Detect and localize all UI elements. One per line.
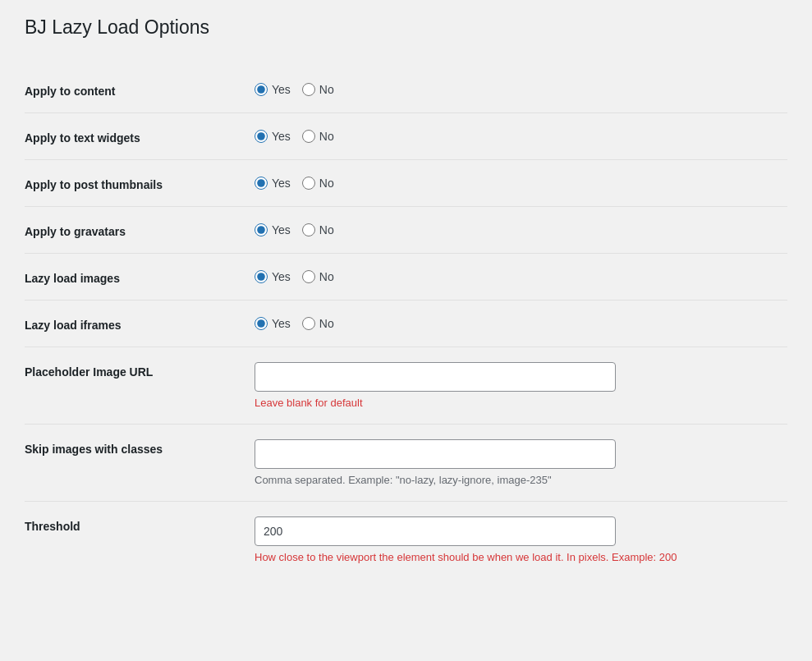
radio-no-text-apply-to-post-thumbnails: No xyxy=(319,177,334,190)
radio-group-apply-to-content: YesNo xyxy=(255,83,779,96)
options-table: Apply to contentYesNoApply to text widge… xyxy=(25,67,787,578)
radio-yes-lazy-load-iframes[interactable] xyxy=(255,317,268,330)
radio-yes-label-lazy-load-images[interactable]: Yes xyxy=(255,270,291,283)
radio-yes-label-lazy-load-iframes[interactable]: Yes xyxy=(255,317,291,330)
hint-threshold: How close to the viewport the element sh… xyxy=(255,551,779,563)
radio-yes-text-apply-to-post-thumbnails: Yes xyxy=(272,177,291,190)
radio-no-lazy-load-iframes[interactable] xyxy=(302,317,315,330)
radio-yes-label-apply-to-post-thumbnails[interactable]: Yes xyxy=(255,177,291,190)
page-title: BJ Lazy Load Options xyxy=(25,16,787,47)
radio-no-text-apply-to-gravatars: No xyxy=(319,223,334,236)
row-apply-to-content: Apply to contentYesNo xyxy=(25,67,787,113)
radio-no-label-apply-to-text-widgets[interactable]: No xyxy=(302,130,334,143)
radio-group-apply-to-post-thumbnails: YesNo xyxy=(255,177,779,190)
control-placeholder-image-url: Leave blank for default xyxy=(238,347,787,425)
radio-yes-apply-to-post-thumbnails[interactable] xyxy=(255,177,268,190)
radio-group-lazy-load-iframes: YesNo xyxy=(255,317,779,330)
row-lazy-load-iframes: Lazy load iframesYesNo xyxy=(25,301,787,347)
row-apply-to-text-widgets: Apply to text widgetsYesNo xyxy=(25,113,787,160)
control-lazy-load-images: YesNo xyxy=(238,254,787,301)
radio-no-apply-to-post-thumbnails[interactable] xyxy=(302,177,315,190)
label-lazy-load-images: Lazy load images xyxy=(25,254,238,301)
radio-group-apply-to-gravatars: YesNo xyxy=(255,223,779,236)
field-wrapper-placeholder-image-url: Leave blank for default xyxy=(255,362,779,409)
field-wrapper-threshold: How close to the viewport the element sh… xyxy=(255,516,779,563)
control-threshold: How close to the viewport the element sh… xyxy=(238,502,787,579)
control-apply-to-text-widgets: YesNo xyxy=(238,113,787,160)
radio-no-apply-to-text-widgets[interactable] xyxy=(302,130,315,143)
control-apply-to-post-thumbnails: YesNo xyxy=(238,160,787,207)
radio-yes-text-lazy-load-iframes: Yes xyxy=(272,317,291,330)
text-input-skip-images-with-classes[interactable] xyxy=(255,439,616,469)
control-skip-images-with-classes: Comma separated. Example: "no-lazy, lazy… xyxy=(238,425,787,502)
radio-yes-text-apply-to-content: Yes xyxy=(272,83,291,96)
field-wrapper-skip-images-with-classes: Comma separated. Example: "no-lazy, lazy… xyxy=(255,439,779,486)
radio-yes-apply-to-gravatars[interactable] xyxy=(255,223,268,236)
radio-no-text-lazy-load-iframes: No xyxy=(319,317,334,330)
radio-group-apply-to-text-widgets: YesNo xyxy=(255,130,779,143)
label-apply-to-post-thumbnails: Apply to post thumbnails xyxy=(25,160,238,207)
radio-no-label-apply-to-post-thumbnails[interactable]: No xyxy=(302,177,334,190)
control-apply-to-gravatars: YesNo xyxy=(238,207,787,254)
radio-no-apply-to-content[interactable] xyxy=(302,83,315,96)
radio-yes-text-apply-to-gravatars: Yes xyxy=(272,223,291,236)
radio-no-label-lazy-load-iframes[interactable]: No xyxy=(302,317,334,330)
radio-no-label-apply-to-gravatars[interactable]: No xyxy=(302,223,334,236)
radio-yes-lazy-load-images[interactable] xyxy=(255,270,268,283)
control-apply-to-content: YesNo xyxy=(238,67,787,113)
label-apply-to-content: Apply to content xyxy=(25,67,238,113)
label-apply-to-gravatars: Apply to gravatars xyxy=(25,207,238,254)
row-lazy-load-images: Lazy load imagesYesNo xyxy=(25,254,787,301)
radio-no-label-lazy-load-images[interactable]: No xyxy=(302,270,334,283)
row-skip-images-with-classes: Skip images with classesComma separated.… xyxy=(25,425,787,502)
hint-placeholder-image-url: Leave blank for default xyxy=(255,397,779,409)
radio-yes-apply-to-text-widgets[interactable] xyxy=(255,130,268,143)
radio-yes-text-lazy-load-images: Yes xyxy=(272,270,291,283)
radio-no-apply-to-gravatars[interactable] xyxy=(302,223,315,236)
label-threshold: Threshold xyxy=(25,502,238,579)
control-lazy-load-iframes: YesNo xyxy=(238,301,787,347)
radio-no-label-apply-to-content[interactable]: No xyxy=(302,83,334,96)
label-apply-to-text-widgets: Apply to text widgets xyxy=(25,113,238,160)
label-placeholder-image-url: Placeholder Image URL xyxy=(25,347,238,425)
label-skip-images-with-classes: Skip images with classes xyxy=(25,425,238,502)
radio-yes-label-apply-to-content[interactable]: Yes xyxy=(255,83,291,96)
text-input-placeholder-image-url[interactable] xyxy=(255,362,616,392)
radio-no-text-apply-to-text-widgets: No xyxy=(319,130,334,143)
hint-skip-images-with-classes: Comma separated. Example: "no-lazy, lazy… xyxy=(255,474,779,486)
radio-yes-apply-to-content[interactable] xyxy=(255,83,268,96)
text-input-threshold[interactable] xyxy=(255,516,616,546)
row-placeholder-image-url: Placeholder Image URLLeave blank for def… xyxy=(25,347,787,425)
radio-yes-label-apply-to-gravatars[interactable]: Yes xyxy=(255,223,291,236)
radio-no-lazy-load-images[interactable] xyxy=(302,270,315,283)
row-threshold: ThresholdHow close to the viewport the e… xyxy=(25,502,787,579)
radio-group-lazy-load-images: YesNo xyxy=(255,270,779,283)
label-lazy-load-iframes: Lazy load iframes xyxy=(25,301,238,347)
radio-no-text-apply-to-content: No xyxy=(319,83,334,96)
radio-yes-text-apply-to-text-widgets: Yes xyxy=(272,130,291,143)
row-apply-to-post-thumbnails: Apply to post thumbnailsYesNo xyxy=(25,160,787,207)
radio-no-text-lazy-load-images: No xyxy=(319,270,334,283)
row-apply-to-gravatars: Apply to gravatarsYesNo xyxy=(25,207,787,254)
radio-yes-label-apply-to-text-widgets[interactable]: Yes xyxy=(255,130,291,143)
